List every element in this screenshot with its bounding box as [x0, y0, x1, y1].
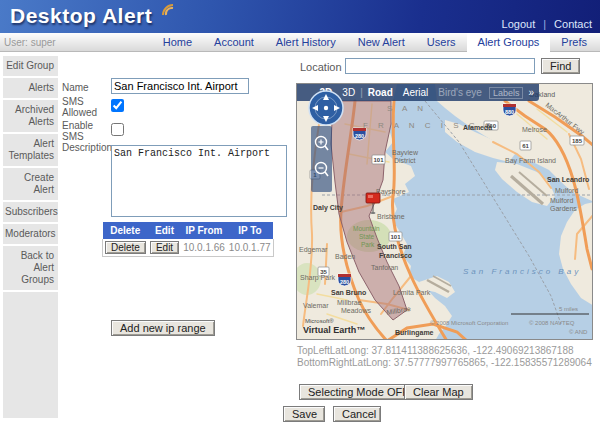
app-logo: Desktop Alert: [10, 4, 152, 28]
sidebar-item-subscribers[interactable]: Subscribers: [3, 202, 58, 222]
top-left-latlong: TopLeftLatLong: 37.811411388625636, -122…: [297, 345, 574, 356]
map-label-park: Park: [361, 241, 375, 248]
map-label-daly-city: Daly City: [313, 204, 343, 212]
nav-item-account[interactable]: Account: [203, 33, 265, 52]
enable-sms-label: EnableSMS: [62, 120, 93, 142]
table-row: Delete Edit 10.0.1.66 10.0.1.77: [103, 239, 274, 257]
sidebar-item-moderators[interactable]: Moderators: [3, 224, 58, 244]
sidebar-item-archived-alerts[interactable]: Archived Alerts: [3, 100, 58, 132]
map-label-sharp-park: Sharp Park: [300, 274, 336, 282]
description-label: Description: [62, 142, 112, 153]
map-copyright-microsoft: © 2008 Microsoft Corporation: [430, 320, 508, 326]
map-label-mountain: Mountain: [353, 225, 380, 232]
map-label-san-leandro: San Leandro: [547, 176, 589, 183]
enable-sms-checkbox[interactable]: [111, 123, 124, 136]
map-label-bayview-1: Bayview: [392, 149, 419, 157]
virtual-earth-logo-microsoft: Microsoft®: [305, 318, 334, 324]
zoom-in-icon[interactable]: [316, 137, 329, 151]
add-new-ip-range-button[interactable]: Add new ip range: [111, 320, 215, 336]
svg-text:101: 101: [373, 157, 384, 163]
page: Desktop Alert Logout|Contact User: super…: [0, 0, 600, 428]
nav-item-users[interactable]: Users: [416, 33, 467, 52]
sidebar-item-edit-group[interactable]: Edit Group: [3, 56, 58, 76]
map-label-mulford-gardens-2: Gardens: [550, 205, 577, 212]
nav-item-alert-groups[interactable]: Alert Groups: [467, 33, 551, 52]
nav-item-new-alert[interactable]: New Alert: [347, 33, 416, 52]
map-label-state: State: [359, 233, 375, 240]
svg-text:101: 101: [390, 234, 401, 240]
delete-button[interactable]: Delete: [105, 241, 146, 254]
map-label-baden: Baden: [335, 253, 355, 260]
map-style-birdseye-button[interactable]: Bird's eye: [433, 87, 487, 98]
location-input[interactable]: [345, 58, 535, 74]
signal-icon: [160, 2, 176, 18]
bottom-right-latlong: BottomRightLatLong: 37.57777997765865, -…: [297, 357, 592, 368]
cancel-button[interactable]: Cancel: [333, 406, 381, 422]
map-label-brisbane: Brisbane: [377, 213, 405, 220]
map-toolbar-more-button[interactable]: »: [523, 87, 539, 98]
sidebar-item-alerts[interactable]: Alerts: [3, 78, 58, 98]
map-label-bay-farm-island: Bay Farm Island: [505, 157, 556, 165]
sidebar-item-alert-templates[interactable]: Alert Templates: [3, 134, 58, 166]
nav-item-alert-history[interactable]: Alert History: [265, 33, 347, 52]
nav-item-home[interactable]: Home: [152, 33, 203, 52]
col-header-delete: Delete: [103, 222, 148, 239]
svg-text:880: 880: [505, 109, 514, 115]
zoom-out-icon[interactable]: [316, 163, 329, 177]
logout-link[interactable]: Logout: [502, 18, 536, 30]
find-button[interactable]: Find: [541, 58, 580, 74]
map-label-valemar: Valemar: [303, 302, 329, 309]
app-header: Desktop Alert Logout|Contact: [0, 0, 600, 33]
map-shield-ca61: 61: [520, 141, 531, 150]
sms-allowed-checkbox[interactable]: [111, 99, 124, 112]
sidebar-item-create-alert[interactable]: Create Alert: [3, 168, 58, 200]
map-toolbar-divider: |: [360, 87, 363, 98]
map-label-millbrae-meadows-1: Millbrae: [337, 299, 362, 306]
map-label-bayshore: Bayshore: [376, 188, 406, 196]
sidebar-item-back-to-alert-groups[interactable]: Back to Alert Groups: [3, 246, 58, 290]
map-style-aerial-button[interactable]: Aerial: [398, 87, 434, 98]
map-copyright-navteq: © 2008 NAVTEQ: [529, 320, 575, 326]
clear-map-button[interactable]: Clear Map: [404, 384, 473, 400]
svg-text:185: 185: [572, 138, 583, 144]
name-input[interactable]: [111, 78, 249, 94]
map-label-lomita-park: Lomita Park: [393, 289, 431, 296]
map-shield-i280-south: 280: [338, 274, 351, 286]
map[interactable]: 280 280 880 101 101 1: [296, 83, 593, 340]
map-label-tanforan: Tanforan: [371, 264, 398, 271]
map-label-mulford: Mulford: [555, 187, 578, 194]
map-label-south-san: South San: [377, 243, 412, 250]
svg-text:61: 61: [522, 143, 529, 149]
map-label-alameda: Alameda: [463, 124, 492, 131]
ip-to-value: 10.0.1.77: [227, 239, 273, 257]
map-shield-ca185: 185: [570, 136, 584, 145]
map-shield-i880: 880: [503, 104, 516, 116]
selecting-mode-button[interactable]: Selecting Mode OFF: [299, 384, 418, 400]
svg-text:280: 280: [355, 133, 364, 139]
map-label-burlingame: Burlingame: [395, 329, 434, 337]
map-scale-label: 5 miles: [559, 306, 578, 312]
map-zoom-bar: [311, 126, 332, 192]
description-textarea[interactable]: San Francisco Int. Airport: [111, 145, 287, 217]
contact-link[interactable]: Contact: [554, 18, 592, 30]
map-copyright-and: © AND: [569, 329, 588, 335]
map-label-ssf-francisco: Francisco: [379, 252, 412, 259]
location-label: Location: [300, 61, 342, 73]
map-style-road-button[interactable]: Road: [363, 87, 398, 98]
col-header-ip-from: IP From: [181, 222, 227, 239]
map-labels-toggle[interactable]: Labels: [489, 87, 524, 99]
sidebar: Edit Group Alerts Archived Alerts Alert …: [3, 56, 58, 418]
ip-from-value: 10.0.1.66: [181, 239, 227, 257]
nav-item-prefs[interactable]: Prefs: [550, 33, 598, 52]
map-compass-control[interactable]: [307, 89, 345, 127]
sms-allowed-label: SMSAllowed: [62, 96, 97, 118]
virtual-earth-logo: Virtual Earth™: [303, 325, 365, 335]
top-navbar: User: super Home Account Alert History N…: [0, 33, 600, 52]
save-button[interactable]: Save: [283, 406, 325, 422]
col-header-edit: Edit: [148, 222, 181, 239]
edit-button[interactable]: Edit: [150, 241, 179, 254]
svg-text:280: 280: [340, 279, 349, 285]
map-shield-us101-north: 101: [372, 155, 385, 164]
ip-range-table: Delete Edit IP From IP To Delete Edit 10…: [102, 222, 274, 257]
map-label-san-bruno: San Bruno: [331, 289, 366, 296]
